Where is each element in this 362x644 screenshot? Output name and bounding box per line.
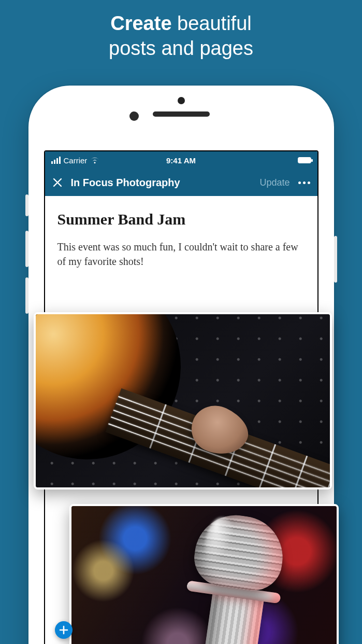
phone-side-button	[25, 277, 28, 314]
post-image-microphone[interactable]	[69, 504, 339, 644]
close-icon	[52, 177, 63, 188]
wifi-icon	[90, 157, 99, 164]
site-title: In Focus Photography	[71, 177, 252, 189]
status-bar: Carrier 9:41 AM	[45, 151, 317, 169]
promo-headline: Create beautiful posts and pages	[0, 0, 362, 61]
status-right	[298, 157, 311, 163]
guitar-illustration	[36, 314, 330, 487]
add-icon	[59, 625, 68, 635]
microphone-illustration	[71, 506, 337, 644]
more-button[interactable]	[298, 181, 310, 184]
phone-speaker	[153, 111, 210, 117]
phone-camera	[129, 111, 139, 121]
editor-navbar: In Focus Photography Update	[45, 169, 317, 196]
phone-side-button	[25, 194, 28, 216]
carrier-label: Carrier	[64, 156, 88, 165]
post-body[interactable]: This event was so much fun, I couldn't w…	[57, 240, 305, 269]
status-left: Carrier	[51, 156, 100, 165]
promo-strong: Create	[110, 12, 171, 34]
post-title[interactable]: Summer Band Jam	[57, 211, 305, 228]
more-icon	[298, 181, 301, 184]
promo-line2: posts and pages	[109, 37, 253, 59]
battery-icon	[298, 157, 311, 163]
promo-rest1: beautiful	[172, 12, 252, 34]
update-button[interactable]: Update	[259, 177, 289, 188]
post-image-guitar[interactable]	[34, 312, 332, 489]
phone-side-button	[334, 236, 337, 283]
close-button[interactable]	[52, 177, 63, 188]
phone-side-button	[25, 231, 28, 267]
signal-icon	[51, 157, 61, 164]
add-block-button[interactable]	[55, 621, 73, 639]
